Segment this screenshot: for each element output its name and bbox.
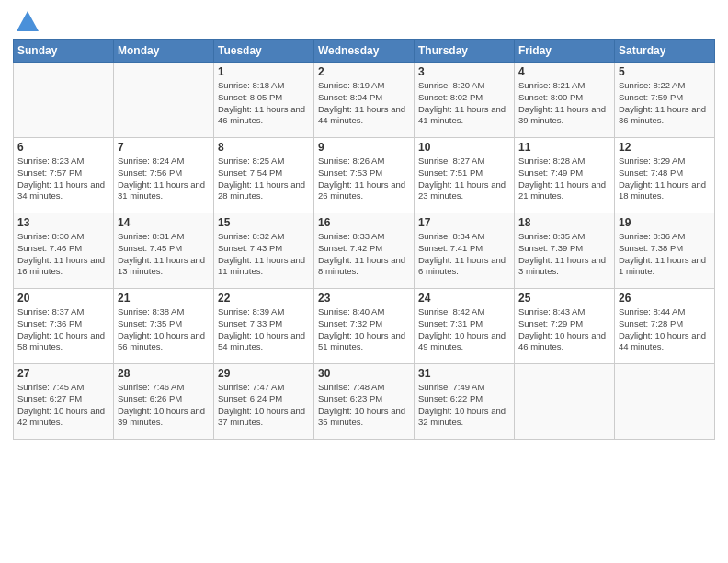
day-content: Sunrise: 8:43 AM Sunset: 7:29 PM Dayligh… [518, 306, 610, 353]
day-number: 6 [17, 141, 109, 154]
logo [13, 9, 40, 35]
day-content: Sunrise: 8:39 AM Sunset: 7:33 PM Dayligh… [218, 306, 310, 353]
calendar-cell: 6Sunrise: 8:23 AM Sunset: 7:57 PM Daylig… [14, 138, 114, 213]
calendar-page: SundayMondayTuesdayWednesdayThursdayFrid… [0, 0, 728, 563]
calendar-cell: 8Sunrise: 8:25 AM Sunset: 7:54 PM Daylig… [214, 138, 314, 213]
calendar-cell: 10Sunrise: 8:27 AM Sunset: 7:51 PM Dayli… [415, 138, 515, 213]
day-content: Sunrise: 7:49 AM Sunset: 6:22 PM Dayligh… [418, 382, 510, 429]
day-content: Sunrise: 8:34 AM Sunset: 7:41 PM Dayligh… [418, 231, 510, 278]
day-content: Sunrise: 8:27 AM Sunset: 7:51 PM Dayligh… [418, 155, 510, 202]
calendar-cell [615, 364, 715, 440]
day-number: 20 [17, 292, 109, 304]
day-number: 23 [318, 292, 410, 304]
day-number: 25 [518, 292, 610, 304]
page-header [13, 9, 715, 35]
day-content: Sunrise: 7:45 AM Sunset: 6:27 PM Dayligh… [17, 382, 109, 429]
day-content: Sunrise: 8:42 AM Sunset: 7:31 PM Dayligh… [418, 306, 510, 353]
calendar-week-4: 20Sunrise: 8:37 AM Sunset: 7:36 PM Dayli… [14, 289, 715, 364]
day-content: Sunrise: 8:35 AM Sunset: 7:39 PM Dayligh… [518, 231, 610, 278]
day-content: Sunrise: 8:31 AM Sunset: 7:45 PM Dayligh… [118, 231, 210, 278]
day-content: Sunrise: 8:19 AM Sunset: 8:04 PM Dayligh… [318, 80, 410, 127]
day-content: Sunrise: 8:22 AM Sunset: 7:59 PM Dayligh… [619, 80, 711, 127]
calendar-cell: 27Sunrise: 7:45 AM Sunset: 6:27 PM Dayli… [14, 364, 114, 440]
day-number: 24 [418, 292, 510, 304]
day-content: Sunrise: 8:30 AM Sunset: 7:46 PM Dayligh… [17, 231, 109, 278]
calendar-cell: 29Sunrise: 7:47 AM Sunset: 6:24 PM Dayli… [214, 364, 314, 440]
day-content: Sunrise: 8:26 AM Sunset: 7:53 PM Dayligh… [318, 155, 410, 202]
calendar-week-2: 6Sunrise: 8:23 AM Sunset: 7:57 PM Daylig… [14, 138, 715, 213]
day-number: 5 [619, 65, 711, 78]
calendar-cell: 31Sunrise: 7:49 AM Sunset: 6:22 PM Dayli… [415, 364, 515, 440]
day-number: 14 [118, 216, 210, 229]
calendar-week-1: 1Sunrise: 8:18 AM Sunset: 8:05 PM Daylig… [14, 63, 715, 138]
weekday-header-monday: Monday [114, 40, 214, 63]
calendar-cell: 12Sunrise: 8:29 AM Sunset: 7:48 PM Dayli… [615, 138, 715, 213]
calendar-cell [114, 63, 214, 138]
day-number: 1 [218, 65, 310, 78]
day-number: 16 [318, 216, 410, 229]
day-content: Sunrise: 8:38 AM Sunset: 7:35 PM Dayligh… [118, 306, 210, 353]
day-number: 3 [418, 65, 510, 78]
weekday-header-thursday: Thursday [415, 40, 515, 63]
calendar-cell: 15Sunrise: 8:32 AM Sunset: 7:43 PM Dayli… [214, 213, 314, 289]
day-content: Sunrise: 8:21 AM Sunset: 8:00 PM Dayligh… [518, 80, 610, 127]
day-content: Sunrise: 8:18 AM Sunset: 8:05 PM Dayligh… [218, 80, 310, 127]
calendar-cell: 19Sunrise: 8:36 AM Sunset: 7:38 PM Dayli… [615, 213, 715, 289]
day-content: Sunrise: 7:48 AM Sunset: 6:23 PM Dayligh… [318, 382, 410, 429]
day-number: 29 [218, 367, 310, 380]
calendar-cell: 20Sunrise: 8:37 AM Sunset: 7:36 PM Dayli… [14, 289, 114, 364]
day-content: Sunrise: 8:37 AM Sunset: 7:36 PM Dayligh… [17, 306, 109, 353]
day-number: 4 [518, 65, 610, 78]
day-content: Sunrise: 8:40 AM Sunset: 7:32 PM Dayligh… [318, 306, 410, 353]
calendar-week-5: 27Sunrise: 7:45 AM Sunset: 6:27 PM Dayli… [14, 364, 715, 440]
day-number: 27 [17, 367, 109, 380]
calendar-cell: 16Sunrise: 8:33 AM Sunset: 7:42 PM Dayli… [314, 213, 415, 289]
calendar-cell: 7Sunrise: 8:24 AM Sunset: 7:56 PM Daylig… [114, 138, 214, 213]
day-number: 22 [218, 292, 310, 304]
weekday-header-wednesday: Wednesday [314, 40, 415, 63]
day-number: 21 [118, 292, 210, 304]
calendar-table: SundayMondayTuesdayWednesdayThursdayFrid… [13, 39, 715, 440]
calendar-cell: 17Sunrise: 8:34 AM Sunset: 7:41 PM Dayli… [415, 213, 515, 289]
weekday-header-friday: Friday [515, 40, 615, 63]
calendar-cell: 9Sunrise: 8:26 AM Sunset: 7:53 PM Daylig… [314, 138, 415, 213]
day-number: 15 [218, 216, 310, 229]
calendar-cell: 28Sunrise: 7:46 AM Sunset: 6:26 PM Dayli… [114, 364, 214, 440]
weekday-header-sunday: Sunday [14, 40, 114, 63]
calendar-cell: 14Sunrise: 8:31 AM Sunset: 7:45 PM Dayli… [114, 213, 214, 289]
day-number: 31 [418, 367, 510, 380]
day-number: 11 [518, 141, 610, 154]
day-content: Sunrise: 7:47 AM Sunset: 6:24 PM Dayligh… [218, 382, 310, 429]
calendar-cell: 24Sunrise: 8:42 AM Sunset: 7:31 PM Dayli… [415, 289, 515, 364]
day-content: Sunrise: 8:24 AM Sunset: 7:56 PM Dayligh… [118, 155, 210, 202]
calendar-cell: 18Sunrise: 8:35 AM Sunset: 7:39 PM Dayli… [515, 213, 615, 289]
calendar-cell: 22Sunrise: 8:39 AM Sunset: 7:33 PM Dayli… [214, 289, 314, 364]
day-content: Sunrise: 8:36 AM Sunset: 7:38 PM Dayligh… [619, 231, 711, 278]
calendar-cell: 25Sunrise: 8:43 AM Sunset: 7:29 PM Dayli… [515, 289, 615, 364]
day-content: Sunrise: 7:46 AM Sunset: 6:26 PM Dayligh… [118, 382, 210, 429]
calendar-cell: 2Sunrise: 8:19 AM Sunset: 8:04 PM Daylig… [314, 63, 415, 138]
calendar-cell: 4Sunrise: 8:21 AM Sunset: 8:00 PM Daylig… [515, 63, 615, 138]
calendar-cell: 30Sunrise: 7:48 AM Sunset: 6:23 PM Dayli… [314, 364, 415, 440]
calendar-cell: 13Sunrise: 8:30 AM Sunset: 7:46 PM Dayli… [14, 213, 114, 289]
day-content: Sunrise: 8:28 AM Sunset: 7:49 PM Dayligh… [518, 155, 610, 202]
weekday-header-saturday: Saturday [615, 40, 715, 63]
day-content: Sunrise: 8:44 AM Sunset: 7:28 PM Dayligh… [619, 306, 711, 353]
weekday-header-row: SundayMondayTuesdayWednesdayThursdayFrid… [14, 40, 715, 63]
day-number: 26 [619, 292, 711, 304]
day-content: Sunrise: 8:32 AM Sunset: 7:43 PM Dayligh… [218, 231, 310, 278]
weekday-header-tuesday: Tuesday [214, 40, 314, 63]
svg-marker-0 [17, 11, 39, 31]
day-number: 8 [218, 141, 310, 154]
day-number: 18 [518, 216, 610, 229]
day-number: 19 [619, 216, 711, 229]
calendar-cell: 5Sunrise: 8:22 AM Sunset: 7:59 PM Daylig… [615, 63, 715, 138]
day-content: Sunrise: 8:23 AM Sunset: 7:57 PM Dayligh… [17, 155, 109, 202]
day-content: Sunrise: 8:20 AM Sunset: 8:02 PM Dayligh… [418, 80, 510, 127]
day-content: Sunrise: 8:33 AM Sunset: 7:42 PM Dayligh… [318, 231, 410, 278]
calendar-cell: 3Sunrise: 8:20 AM Sunset: 8:02 PM Daylig… [415, 63, 515, 138]
calendar-week-3: 13Sunrise: 8:30 AM Sunset: 7:46 PM Dayli… [14, 213, 715, 289]
day-content: Sunrise: 8:29 AM Sunset: 7:48 PM Dayligh… [619, 155, 711, 202]
day-number: 17 [418, 216, 510, 229]
calendar-cell: 1Sunrise: 8:18 AM Sunset: 8:05 PM Daylig… [214, 63, 314, 138]
